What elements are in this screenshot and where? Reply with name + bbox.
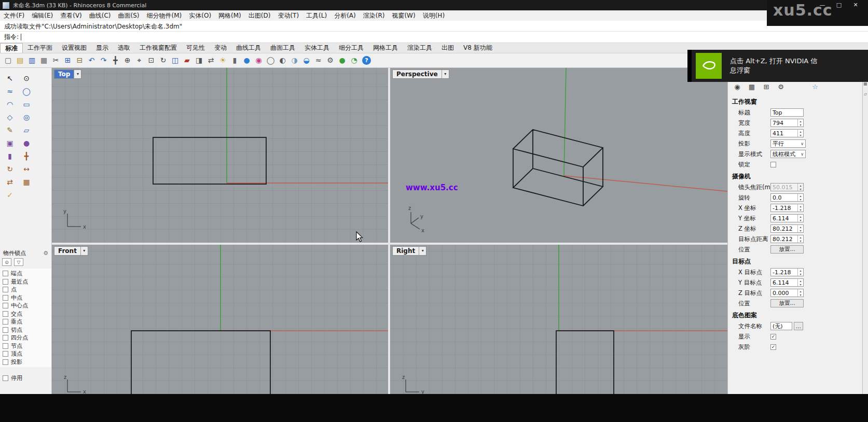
osnap-row-11[interactable]: 投影: [0, 358, 51, 367]
camera-z-input[interactable]: 80.212▴▾: [770, 224, 804, 233]
spinner-buttons[interactable]: ▴▾: [797, 289, 803, 297]
earth-icon[interactable]: ◔: [348, 54, 360, 66]
move-tool-icon[interactable]: ╋: [20, 150, 33, 162]
rotate-view-icon[interactable]: ↻: [157, 54, 169, 66]
viewport-front[interactable]: Front ▾ z x: [52, 245, 388, 394]
osnap-row-6[interactable]: 垂点: [0, 318, 51, 326]
spinner-buttons[interactable]: ▴▾: [797, 194, 803, 201]
settings-gear-icon[interactable]: ⚙: [776, 82, 786, 92]
spin-up-icon[interactable]: ▴: [798, 184, 803, 187]
save-icon[interactable]: ▥: [26, 54, 38, 66]
spin-down-icon[interactable]: ▾: [798, 283, 803, 286]
surface-tool-icon[interactable]: ▱: [20, 124, 33, 136]
chevron-down-icon[interactable]: ▾: [442, 70, 449, 78]
menu-item-10[interactable]: 工具(L): [302, 10, 330, 21]
viewport-height-input[interactable]: 411▴▾: [770, 129, 804, 137]
polygon-tool-icon[interactable]: ◇: [4, 111, 16, 123]
ribbon-tab-4[interactable]: 选取: [113, 43, 135, 53]
chevron-down-icon[interactable]: ▾: [74, 70, 81, 78]
viewport-top[interactable]: Top ▾ y x: [52, 68, 388, 243]
freeform-tool-icon[interactable]: ✎: [4, 124, 16, 136]
spin-up-icon[interactable]: ▴: [798, 119, 803, 123]
spin-down-icon[interactable]: ▾: [798, 123, 803, 126]
chevron-down-icon[interactable]: ▾: [80, 247, 88, 255]
camera-place-button[interactable]: 放置...: [770, 245, 804, 254]
shaded-view-icon[interactable]: ◐: [277, 54, 288, 66]
new-file-icon[interactable]: ▢: [2, 54, 14, 66]
star-icon[interactable]: ☆: [810, 82, 820, 92]
viewport-divider-vertical[interactable]: [388, 68, 390, 394]
spin-down-icon[interactable]: ▾: [798, 218, 803, 222]
ribbon-tab-6[interactable]: 可见性: [182, 43, 210, 53]
sphere-tool-icon[interactable]: ●: [20, 137, 33, 149]
menu-item-13[interactable]: 视窗(W): [388, 10, 419, 21]
ribbon-tab-7[interactable]: 变动: [210, 43, 231, 53]
target-place-button[interactable]: 放置...: [770, 299, 804, 307]
ribbon-tab-11[interactable]: 细分工具: [334, 43, 368, 53]
spinner-buttons[interactable]: ▴▾: [797, 225, 803, 232]
target-x-input[interactable]: -1.218▴▾: [770, 268, 804, 276]
rectangle-tool-icon[interactable]: ▭: [20, 99, 33, 110]
spin-up-icon[interactable]: ▴: [798, 269, 803, 272]
menu-item-8[interactable]: 出图(D): [245, 10, 274, 21]
osnap-row-10[interactable]: 顶点: [0, 350, 51, 358]
osnap-disable-checkbox[interactable]: [3, 375, 8, 381]
target-y-input[interactable]: 6.114▴▾: [770, 278, 804, 287]
spin-up-icon[interactable]: ▴: [798, 289, 803, 293]
wallpaper-show-checkbox[interactable]: ✓: [770, 334, 776, 340]
material-icon[interactable]: ◯: [265, 54, 277, 66]
print-icon[interactable]: ▦: [38, 54, 50, 66]
render-preview-icon[interactable]: ◉: [253, 54, 265, 66]
undo-icon[interactable]: ↶: [86, 54, 98, 66]
spin-up-icon[interactable]: ▴: [798, 279, 803, 283]
spin-up-icon[interactable]: ▴: [798, 130, 803, 133]
osnap-checkbox[interactable]: [3, 271, 8, 276]
menu-item-4[interactable]: 曲面(S): [115, 10, 143, 21]
ribbon-tab-15[interactable]: V8 新功能: [459, 43, 497, 53]
display-icon[interactable]: ▦: [747, 82, 757, 92]
chevron-down-icon[interactable]: ▾: [419, 247, 426, 255]
ribbon-tab-8[interactable]: 曲线工具: [231, 43, 266, 53]
ribbon-tab-3[interactable]: 显示: [91, 43, 113, 53]
spin-up-icon[interactable]: ▴: [798, 235, 803, 239]
spin-down-icon[interactable]: ▾: [798, 208, 803, 212]
camera-icon[interactable]: ◉: [732, 82, 742, 92]
panel-tab-icon-3[interactable]: ▱: [863, 92, 868, 99]
menu-item-3[interactable]: 曲线(C): [86, 10, 115, 21]
osnap-checkbox[interactable]: [3, 335, 8, 341]
osnap-disable-row[interactable]: 停用: [0, 374, 51, 383]
viewport-right[interactable]: Right ▾ z y: [390, 245, 727, 394]
camera-x-input[interactable]: -1.218▴▾: [770, 204, 804, 212]
array-tool-icon[interactable]: ▦: [20, 176, 33, 188]
osnap-row-4[interactable]: 中心点: [0, 302, 51, 310]
ribbon-tab-0[interactable]: 标准: [0, 43, 23, 53]
maximize-button[interactable]: □: [831, 1, 847, 9]
ribbon-tab-5[interactable]: 工作视窗配置: [135, 43, 182, 53]
ribbon-tab-2[interactable]: 设置视图: [57, 43, 91, 53]
cut-icon[interactable]: ✂: [50, 54, 62, 66]
spin-up-icon[interactable]: ▴: [798, 204, 803, 208]
circle-tool-icon[interactable]: ◯: [20, 86, 33, 97]
display-mode-dropdown[interactable]: 线框模式∨: [770, 150, 806, 158]
rotate-tool-icon[interactable]: ↻: [4, 163, 16, 175]
light-icon[interactable]: ☀: [217, 54, 229, 66]
projection-dropdown[interactable]: 平行∨: [770, 139, 806, 148]
target-z-input[interactable]: 0.000▴▾: [770, 289, 804, 297]
osnap-checkbox[interactable]: [3, 319, 8, 325]
snap-target-icon[interactable]: ⊙: [2, 258, 11, 266]
vehicle-icon[interactable]: ▰: [181, 54, 193, 66]
osnap-checkbox[interactable]: [3, 279, 8, 285]
named-view-icon[interactable]: ◨: [193, 54, 205, 66]
osnap-row-7[interactable]: 切点: [0, 326, 51, 334]
paste-icon[interactable]: ⊟: [74, 54, 86, 66]
lens-length-input[interactable]: 50.015▴▾: [770, 183, 804, 191]
osnap-row-1[interactable]: 最近点: [0, 278, 51, 286]
browse-button[interactable]: …: [794, 322, 803, 330]
spin-up-icon[interactable]: ▴: [798, 215, 803, 218]
viewport-top-title[interactable]: Top: [54, 70, 74, 78]
osnap-checkbox[interactable]: [3, 311, 8, 317]
gear-icon[interactable]: ⚙: [43, 250, 48, 257]
ribbon-tab-10[interactable]: 实体工具: [300, 43, 334, 53]
open-file-icon[interactable]: ▤: [14, 54, 26, 66]
render-sphere-icon[interactable]: ●: [336, 54, 348, 66]
